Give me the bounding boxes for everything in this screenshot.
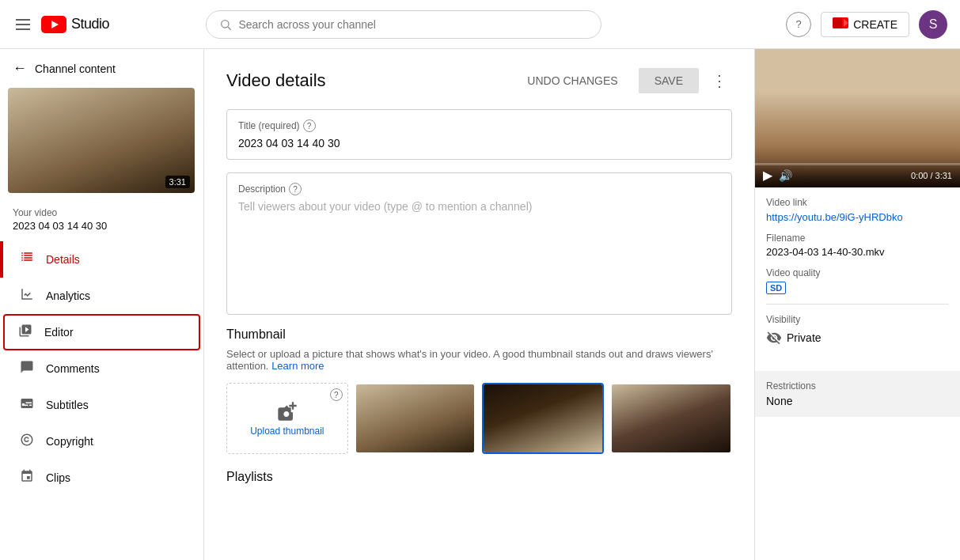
- sidebar-video-info: Your video 2023 04 03 14 40 30: [0, 201, 203, 241]
- video-quality-label: Video quality: [766, 267, 949, 278]
- description-field-section: Description ? Tell viewers about your vi…: [226, 172, 732, 315]
- sidebar-item-copyright[interactable]: Copyright: [0, 423, 203, 460]
- play-button[interactable]: ▶: [763, 168, 772, 183]
- logo[interactable]: Studio: [41, 16, 109, 33]
- sidebar-item-comments[interactable]: Comments: [0, 350, 203, 387]
- studio-label: Studio: [71, 16, 109, 32]
- clips-icon: [19, 469, 35, 486]
- more-options-button[interactable]: ⋮: [707, 68, 732, 93]
- top-navigation: Studio ? CREATE S: [0, 0, 960, 49]
- create-label: CREATE: [853, 18, 897, 31]
- title-value: 2023 04 03 14 40 30: [238, 137, 720, 149]
- sidebar-video-thumb-container: 3:31: [0, 88, 203, 201]
- preview-controls: ▶ 🔊 0:00 / 3:31: [755, 161, 960, 187]
- editor-label: Editor: [44, 326, 74, 339]
- title-help-icon[interactable]: ?: [303, 119, 316, 132]
- sidebar-item-details[interactable]: Details: [0, 241, 203, 278]
- editor-icon: [17, 324, 33, 341]
- quality-badge[interactable]: SD: [766, 282, 786, 294]
- video-link-row: Video link https://youtu.be/9iG-yHRDbko: [766, 197, 949, 223]
- visibility-row: Visibility Private: [766, 314, 949, 346]
- subtitles-icon: [19, 396, 35, 414]
- title-field-section: Title (required) ? 2023 04 03 14 40 30: [226, 109, 732, 160]
- visibility-text: Private: [787, 331, 822, 344]
- thumbnail-option-1[interactable]: [355, 383, 476, 454]
- analytics-label: Analytics: [46, 289, 90, 302]
- channel-content-label: Channel content: [35, 62, 116, 75]
- upload-icon: [276, 400, 298, 422]
- comments-label: Comments: [46, 362, 100, 375]
- search-icon: [219, 18, 232, 31]
- details-icon: [19, 251, 35, 268]
- copyright-icon: [19, 433, 35, 450]
- back-to-channel[interactable]: ← Channel content: [0, 49, 203, 88]
- sidebar-item-analytics[interactable]: Analytics: [0, 278, 203, 314]
- sidebar-video-title: 2023 04 03 14 40 30: [13, 220, 191, 232]
- thumbnail-option-2[interactable]: [482, 383, 604, 454]
- description-label: Description ?: [238, 183, 720, 195]
- thumbnail-help-icon[interactable]: ?: [330, 388, 343, 401]
- restrictions-box: Restrictions None: [755, 371, 960, 417]
- back-arrow-icon: ←: [13, 60, 27, 77]
- thumbnail-section: Thumbnail Select or upload a picture tha…: [226, 327, 732, 454]
- nav-left: Studio: [13, 16, 109, 33]
- thumbnail-option-3[interactable]: [610, 383, 732, 454]
- video-link[interactable]: https://youtu.be/9iG-yHRDbko: [766, 211, 903, 223]
- time-display: 0:00 / 3:31: [911, 171, 952, 180]
- video-preview: ▶ 🔊 0:00 / 3:31: [755, 49, 960, 187]
- preview-image: ▶ 🔊 0:00 / 3:31: [755, 49, 960, 187]
- sidebar-video-thumbnail[interactable]: 3:31: [8, 88, 195, 193]
- sidebar-item-subtitles[interactable]: Subtitles: [0, 387, 203, 423]
- subtitles-label: Subtitles: [46, 399, 89, 411]
- volume-button[interactable]: 🔊: [779, 169, 792, 182]
- title-field-box[interactable]: Title (required) ? 2023 04 03 14 40 30: [226, 109, 732, 160]
- header-actions: UNDO CHANGES SAVE ⋮: [514, 68, 732, 93]
- sidebar: ← Channel content 3:31 Your video 2023 0…: [0, 49, 204, 560]
- sidebar-item-editor[interactable]: Editor: [3, 314, 200, 350]
- sidebar-item-clips[interactable]: Clips: [0, 460, 203, 496]
- save-button[interactable]: SAVE: [639, 68, 699, 93]
- youtube-logo-icon: [41, 16, 66, 33]
- filename-row: Filename 2023-04-03 14-40-30.mkv: [766, 233, 949, 258]
- learn-more-link[interactable]: Learn more: [271, 360, 324, 372]
- private-eye-icon: [766, 330, 782, 346]
- svg-line-3: [228, 27, 231, 30]
- clips-label: Clips: [46, 471, 70, 484]
- panel-info: Video link https://youtu.be/9iG-yHRDbko …: [755, 187, 960, 365]
- video-link-label: Video link: [766, 197, 949, 208]
- hamburger-menu[interactable]: [13, 16, 33, 33]
- create-icon: [833, 17, 848, 32]
- svg-rect-5: [833, 17, 842, 28]
- nav-right: ? CREATE S: [786, 10, 947, 39]
- help-button[interactable]: ?: [786, 12, 811, 37]
- copyright-label: Copyright: [46, 435, 93, 448]
- thumbnail-image-3: [612, 384, 730, 452]
- search-bar[interactable]: [206, 10, 601, 39]
- video-duration-badge: 3:31: [165, 176, 190, 188]
- your-video-label: Your video: [13, 207, 191, 218]
- undo-changes-button[interactable]: UNDO CHANGES: [514, 68, 630, 93]
- description-help-icon[interactable]: ?: [289, 183, 302, 195]
- thumbnail-image-1: [356, 384, 475, 452]
- search-input[interactable]: [238, 18, 588, 31]
- comments-icon: [19, 360, 35, 377]
- analytics-icon: [19, 287, 35, 305]
- thumbnail-title: Thumbnail: [226, 327, 732, 342]
- description-box[interactable]: Description ? Tell viewers about your vi…: [226, 172, 732, 315]
- restrictions-label: Restrictions: [766, 380, 949, 392]
- sidebar-navigation: Details Analytics Editor C: [0, 241, 203, 496]
- create-button[interactable]: CREATE: [821, 12, 909, 37]
- svg-point-2: [222, 20, 229, 27]
- visibility-value: Private: [766, 330, 949, 346]
- playlists-title: Playlists: [226, 470, 732, 484]
- visibility-label: Visibility: [766, 314, 949, 325]
- details-header: Video details UNDO CHANGES SAVE ⋮: [226, 68, 732, 93]
- avatar[interactable]: S: [919, 10, 947, 39]
- upload-thumbnail-button[interactable]: ? Upload thumbnail: [226, 383, 348, 454]
- title-label: Title (required) ?: [238, 119, 720, 132]
- right-panel: ▶ 🔊 0:00 / 3:31 Video link https://youtu…: [754, 49, 960, 560]
- video-quality-row: Video quality SD: [766, 267, 949, 294]
- details-label: Details: [46, 253, 80, 266]
- main-layout: ← Channel content 3:31 Your video 2023 0…: [0, 49, 960, 560]
- main-content: Video details UNDO CHANGES SAVE ⋮ Title …: [204, 49, 754, 560]
